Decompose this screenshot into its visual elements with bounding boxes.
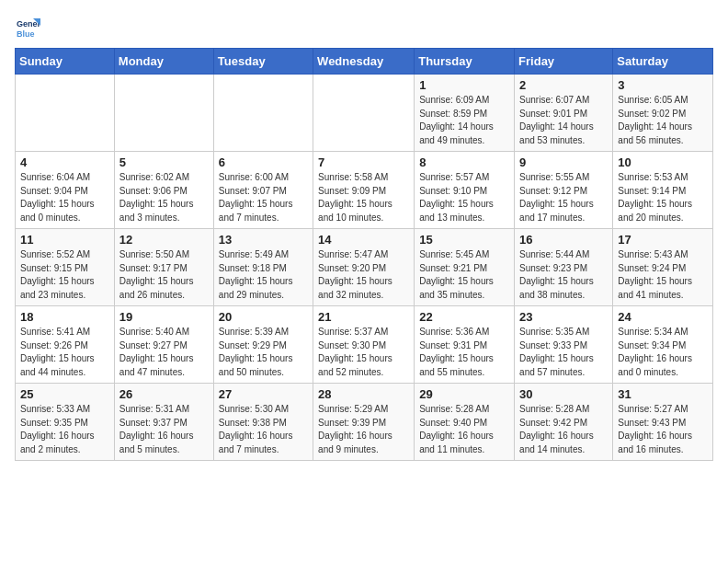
day-detail: Sunrise: 5:53 AM Sunset: 9:14 PM Dayligh… xyxy=(618,171,708,224)
day-detail: Sunrise: 5:27 AM Sunset: 9:43 PM Dayligh… xyxy=(618,403,708,456)
day-number: 7 xyxy=(318,155,409,169)
calendar-cell: 12Sunrise: 5:50 AM Sunset: 9:17 PM Dayli… xyxy=(114,229,213,306)
day-detail: Sunrise: 6:07 AM Sunset: 9:01 PM Dayligh… xyxy=(519,94,608,147)
day-detail: Sunrise: 5:45 AM Sunset: 9:21 PM Dayligh… xyxy=(419,248,509,302)
day-detail: Sunrise: 5:57 AM Sunset: 9:10 PM Dayligh… xyxy=(419,171,509,224)
calendar-cell: 5Sunrise: 6:02 AM Sunset: 9:06 PM Daylig… xyxy=(114,152,213,229)
day-number: 8 xyxy=(419,155,509,169)
day-detail: Sunrise: 5:28 AM Sunset: 9:40 PM Dayligh… xyxy=(419,403,509,456)
header-thursday: Thursday xyxy=(415,49,515,75)
day-detail: Sunrise: 5:34 AM Sunset: 9:34 PM Dayligh… xyxy=(618,326,708,379)
calendar-table: SundayMondayTuesdayWednesdayThursdayFrid… xyxy=(15,48,713,461)
day-number: 9 xyxy=(519,155,608,169)
calendar-cell: 21Sunrise: 5:37 AM Sunset: 9:30 PM Dayli… xyxy=(313,306,415,384)
day-detail: Sunrise: 5:30 AM Sunset: 9:38 PM Dayligh… xyxy=(219,403,308,456)
calendar-cell: 30Sunrise: 5:28 AM Sunset: 9:42 PM Dayli… xyxy=(515,384,613,461)
day-detail: Sunrise: 6:00 AM Sunset: 9:07 PM Dayligh… xyxy=(219,171,308,224)
calendar-cell: 11Sunrise: 5:52 AM Sunset: 9:15 PM Dayli… xyxy=(16,229,115,306)
day-detail: Sunrise: 5:52 AM Sunset: 9:15 PM Dayligh… xyxy=(20,248,109,302)
calendar-cell: 15Sunrise: 5:45 AM Sunset: 9:21 PM Dayli… xyxy=(415,229,515,306)
calendar-cell: 31Sunrise: 5:27 AM Sunset: 9:43 PM Dayli… xyxy=(613,384,713,461)
header-friday: Friday xyxy=(515,49,613,75)
calendar-cell: 2Sunrise: 6:07 AM Sunset: 9:01 PM Daylig… xyxy=(515,75,613,152)
calendar-cell: 9Sunrise: 5:55 AM Sunset: 9:12 PM Daylig… xyxy=(515,152,613,229)
calendar-cell: 25Sunrise: 5:33 AM Sunset: 9:35 PM Dayli… xyxy=(16,384,115,461)
day-detail: Sunrise: 5:43 AM Sunset: 9:24 PM Dayligh… xyxy=(618,248,708,302)
day-number: 11 xyxy=(20,233,109,247)
calendar-cell: 1Sunrise: 6:09 AM Sunset: 8:59 PM Daylig… xyxy=(415,75,515,152)
day-number: 3 xyxy=(618,78,708,92)
day-number: 21 xyxy=(318,310,409,324)
calendar-week-2: 4Sunrise: 6:04 AM Sunset: 9:04 PM Daylig… xyxy=(16,152,713,229)
header-monday: Monday xyxy=(114,49,213,75)
day-number: 16 xyxy=(519,233,608,247)
day-detail: Sunrise: 5:31 AM Sunset: 9:37 PM Dayligh… xyxy=(119,403,209,456)
calendar-cell: 7Sunrise: 5:58 AM Sunset: 9:09 PM Daylig… xyxy=(313,152,415,229)
day-detail: Sunrise: 6:05 AM Sunset: 9:02 PM Dayligh… xyxy=(618,94,708,147)
calendar-cell: 3Sunrise: 6:05 AM Sunset: 9:02 PM Daylig… xyxy=(613,75,713,152)
calendar-cell: 6Sunrise: 6:00 AM Sunset: 9:07 PM Daylig… xyxy=(213,152,313,229)
day-detail: Sunrise: 5:50 AM Sunset: 9:17 PM Dayligh… xyxy=(119,248,209,302)
day-number: 2 xyxy=(519,78,608,92)
calendar-header-row: SundayMondayTuesdayWednesdayThursdayFrid… xyxy=(16,49,713,75)
day-number: 10 xyxy=(618,155,708,169)
day-number: 24 xyxy=(618,310,708,324)
day-number: 29 xyxy=(419,387,509,401)
day-number: 6 xyxy=(219,155,308,169)
day-number: 17 xyxy=(618,233,708,247)
calendar-cell: 10Sunrise: 5:53 AM Sunset: 9:14 PM Dayli… xyxy=(613,152,713,229)
calendar-cell xyxy=(114,75,213,152)
calendar-cell xyxy=(16,75,115,152)
day-detail: Sunrise: 5:36 AM Sunset: 9:31 PM Dayligh… xyxy=(419,326,509,379)
day-number: 18 xyxy=(20,310,109,324)
day-detail: Sunrise: 5:33 AM Sunset: 9:35 PM Dayligh… xyxy=(20,403,109,456)
day-detail: Sunrise: 6:04 AM Sunset: 9:04 PM Dayligh… xyxy=(20,171,109,224)
calendar-cell: 28Sunrise: 5:29 AM Sunset: 9:39 PM Dayli… xyxy=(313,384,415,461)
calendar-cell: 23Sunrise: 5:35 AM Sunset: 9:33 PM Dayli… xyxy=(515,306,613,384)
day-number: 12 xyxy=(119,233,209,247)
day-number: 26 xyxy=(119,387,209,401)
calendar-body: 1Sunrise: 6:09 AM Sunset: 8:59 PM Daylig… xyxy=(16,75,713,461)
calendar-cell: 20Sunrise: 5:39 AM Sunset: 9:29 PM Dayli… xyxy=(213,306,313,384)
day-number: 13 xyxy=(219,233,308,247)
header-wednesday: Wednesday xyxy=(313,49,415,75)
day-detail: Sunrise: 5:55 AM Sunset: 9:12 PM Dayligh… xyxy=(519,171,608,224)
calendar-week-4: 18Sunrise: 5:41 AM Sunset: 9:26 PM Dayli… xyxy=(16,306,713,384)
day-detail: Sunrise: 5:49 AM Sunset: 9:18 PM Dayligh… xyxy=(219,248,308,302)
day-number: 4 xyxy=(20,155,109,169)
header-tuesday: Tuesday xyxy=(213,49,313,75)
day-detail: Sunrise: 5:44 AM Sunset: 9:23 PM Dayligh… xyxy=(519,248,608,302)
day-detail: Sunrise: 5:41 AM Sunset: 9:26 PM Dayligh… xyxy=(20,326,109,379)
day-number: 28 xyxy=(318,387,409,401)
day-detail: Sunrise: 5:58 AM Sunset: 9:09 PM Dayligh… xyxy=(318,171,409,224)
day-detail: Sunrise: 6:02 AM Sunset: 9:06 PM Dayligh… xyxy=(119,171,209,224)
calendar-cell: 8Sunrise: 5:57 AM Sunset: 9:10 PM Daylig… xyxy=(415,152,515,229)
calendar-week-3: 11Sunrise: 5:52 AM Sunset: 9:15 PM Dayli… xyxy=(16,229,713,306)
svg-text:Blue: Blue xyxy=(17,29,35,39)
day-detail: Sunrise: 5:39 AM Sunset: 9:29 PM Dayligh… xyxy=(219,326,308,379)
logo-icon: General Blue xyxy=(15,15,40,40)
calendar-week-1: 1Sunrise: 6:09 AM Sunset: 8:59 PM Daylig… xyxy=(16,75,713,152)
day-detail: Sunrise: 5:37 AM Sunset: 9:30 PM Dayligh… xyxy=(318,326,409,379)
calendar-cell: 22Sunrise: 5:36 AM Sunset: 9:31 PM Dayli… xyxy=(415,306,515,384)
day-number: 30 xyxy=(519,387,608,401)
calendar-week-5: 25Sunrise: 5:33 AM Sunset: 9:35 PM Dayli… xyxy=(16,384,713,461)
calendar-cell: 19Sunrise: 5:40 AM Sunset: 9:27 PM Dayli… xyxy=(114,306,213,384)
day-number: 31 xyxy=(618,387,708,401)
calendar-cell: 4Sunrise: 6:04 AM Sunset: 9:04 PM Daylig… xyxy=(16,152,115,229)
page-header: General Blue xyxy=(15,15,713,40)
day-number: 19 xyxy=(119,310,209,324)
calendar-cell: 16Sunrise: 5:44 AM Sunset: 9:23 PM Dayli… xyxy=(515,229,613,306)
calendar-cell: 24Sunrise: 5:34 AM Sunset: 9:34 PM Dayli… xyxy=(613,306,713,384)
day-number: 25 xyxy=(20,387,109,401)
calendar-cell: 14Sunrise: 5:47 AM Sunset: 9:20 PM Dayli… xyxy=(313,229,415,306)
calendar-cell xyxy=(213,75,313,152)
calendar-cell xyxy=(313,75,415,152)
day-detail: Sunrise: 5:35 AM Sunset: 9:33 PM Dayligh… xyxy=(519,326,608,379)
day-detail: Sunrise: 5:29 AM Sunset: 9:39 PM Dayligh… xyxy=(318,403,409,456)
day-number: 20 xyxy=(219,310,308,324)
day-number: 14 xyxy=(318,233,409,247)
header-saturday: Saturday xyxy=(613,49,713,75)
day-number: 22 xyxy=(419,310,509,324)
day-detail: Sunrise: 6:09 AM Sunset: 8:59 PM Dayligh… xyxy=(419,94,509,147)
